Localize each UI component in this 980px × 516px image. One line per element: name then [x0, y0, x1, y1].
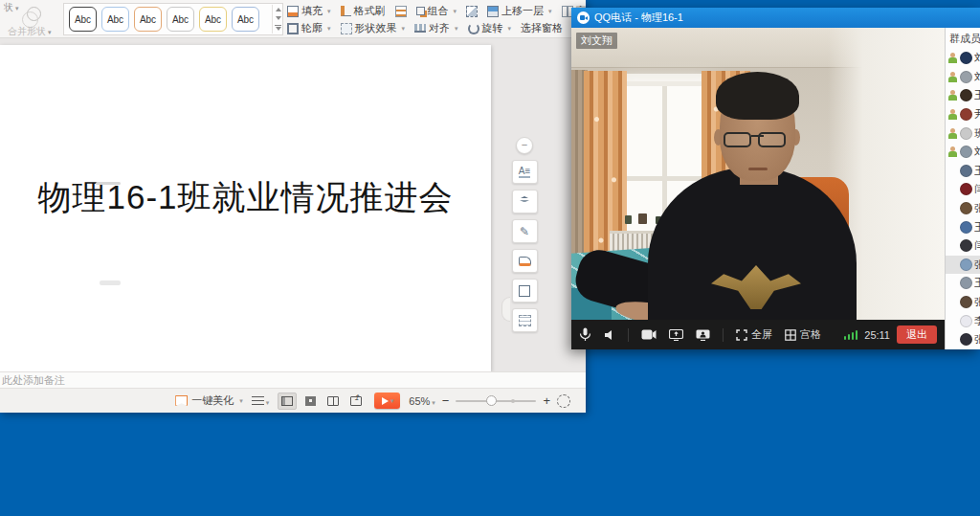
outline-button[interactable]: 轮廓 — [287, 21, 331, 35]
align-button[interactable]: 对齐 — [414, 21, 458, 35]
gallery-more-icon[interactable] — [275, 25, 281, 31]
member-avatar — [960, 277, 972, 289]
shape-style-option[interactable]: Abc — [101, 7, 129, 32]
member-list: 刘 刘 王 — [946, 49, 980, 349]
status-bar: 一键美化 65% − + — [0, 388, 586, 413]
play-icon — [382, 397, 389, 405]
slide-canvas[interactable]: 物理16-1班就业情况推进会 — [0, 45, 491, 371]
slide-sorter-view-button[interactable] — [301, 393, 320, 410]
fill-button[interactable]: 填充 — [287, 4, 331, 18]
notes-toggle-icon — [252, 396, 264, 405]
exit-call-button[interactable]: 退出 — [897, 325, 937, 344]
reading-view-button[interactable] — [323, 393, 343, 410]
member-row[interactable]: 张 — [946, 256, 980, 275]
select-objects-icon — [466, 6, 478, 17]
presence-icon — [947, 90, 958, 101]
notes-bar[interactable]: 此处添加备注 — [0, 371, 586, 388]
call-control-bar: 全屏 宫格 25:11 退出 — [571, 320, 945, 349]
whiteboard-button[interactable] — [696, 329, 710, 341]
member-row[interactable]: 张 — [946, 293, 980, 312]
notes-toggle-button[interactable] — [252, 395, 270, 407]
presence-icon — [947, 109, 958, 120]
normal-view-button[interactable] — [278, 393, 297, 410]
bring-forward-button[interactable]: 上移一层 — [487, 4, 552, 18]
frame-button[interactable] — [512, 279, 538, 303]
slideshow-play-button[interactable] — [374, 393, 400, 409]
shape-style-option[interactable]: Abc — [167, 7, 194, 32]
member-row[interactable]: 张 — [946, 199, 980, 218]
member-row[interactable]: 李 — [946, 311, 980, 330]
shape-effects-icon — [341, 23, 352, 34]
toolbar-collapse-button[interactable]: − — [516, 137, 533, 154]
member-name: 张 — [974, 258, 980, 272]
pen-icon: ✎ — [520, 225, 529, 238]
zoom-level-text[interactable]: 65% — [409, 395, 435, 407]
person-glasses — [724, 132, 791, 148]
format-painter-button[interactable]: 格式刷 — [341, 4, 386, 18]
qq-titlebar[interactable]: QQ电话 - 物理16-1 — [571, 8, 980, 28]
shape-menu-partial[interactable]: 状 — [4, 1, 19, 14]
video-feed[interactable]: 刘文翔 — [571, 28, 945, 320]
merge-shapes-button[interactable]: 合并形状 — [8, 25, 52, 38]
member-avatar — [960, 183, 972, 195]
member-row[interactable]: 王 — [946, 162, 980, 181]
member-row[interactable]: 王 — [946, 86, 980, 105]
gallery-scroll-up-icon[interactable] — [276, 8, 281, 11]
bring-forward-icon — [487, 6, 499, 17]
speaker-button[interactable] — [604, 329, 615, 341]
gallery-scroll — [272, 5, 283, 34]
outline-icon — [287, 23, 299, 34]
member-row[interactable]: 闫 — [946, 236, 980, 256]
member-row[interactable]: 刘 — [946, 49, 980, 68]
align-icon — [414, 24, 426, 33]
member-row[interactable]: 王 — [946, 274, 980, 293]
shape-style-option[interactable]: Abc — [69, 7, 97, 32]
grid-view-button[interactable]: 宫格 — [785, 327, 821, 342]
zoom-slider[interactable] — [456, 400, 536, 402]
beautify-button[interactable]: 一键美化 — [175, 393, 243, 408]
member-row[interactable]: 刘 — [946, 143, 980, 162]
position-icon-button[interactable] — [395, 6, 407, 17]
member-name: 张 — [974, 332, 980, 347]
microphone-button[interactable] — [579, 327, 591, 342]
zoom-out-button[interactable]: − — [442, 393, 450, 408]
rotate-button[interactable]: 旋转 — [468, 21, 512, 35]
beautify-icon — [175, 395, 188, 406]
shape-fill-button[interactable] — [512, 249, 538, 273]
camera-button[interactable] — [641, 329, 657, 340]
presence-icon — [947, 72, 958, 82]
select-objects-button[interactable] — [466, 6, 478, 17]
layers-button[interactable] — [512, 190, 538, 213]
group-icon — [416, 7, 425, 15]
text-format-button[interactable]: A≡ — [512, 160, 538, 184]
member-row[interactable]: 王 — [946, 217, 980, 236]
group-button[interactable]: 组合 — [416, 4, 457, 18]
fullscreen-button[interactable]: 全屏 — [736, 327, 772, 342]
member-row[interactable]: 尹 — [946, 105, 980, 124]
slide-title-text[interactable]: 物理16-1班就业情况推进会 — [0, 175, 491, 220]
fit-to-window-button[interactable] — [557, 394, 570, 408]
member-name: 王 — [974, 220, 980, 235]
selection-pane-button[interactable]: 选择窗格 — [521, 21, 563, 35]
format-painter-icon — [341, 6, 351, 16]
shape-style-option[interactable]: Abc — [199, 7, 227, 32]
shape-effects-button[interactable]: 形状效果 — [341, 21, 406, 35]
shape-style-option[interactable]: Abc — [232, 7, 259, 32]
member-row[interactable]: 张 — [946, 330, 980, 349]
share-view-button[interactable] — [346, 393, 366, 410]
zoom-slider-thumb[interactable] — [486, 395, 497, 406]
person-mouth — [748, 168, 768, 170]
zoom-in-button[interactable]: + — [543, 393, 550, 408]
placeholder-grid-button[interactable] — [512, 308, 538, 332]
gallery-scroll-down-icon[interactable] — [276, 16, 281, 20]
member-list-panel: 群成员 1/ 刘 刘 — [945, 28, 980, 349]
member-row[interactable]: 班 — [946, 123, 980, 143]
member-row[interactable]: 闫 — [946, 180, 980, 199]
call-duration: 25:11 — [864, 329, 890, 341]
pen-style-button[interactable]: ✎ — [512, 219, 538, 243]
member-row[interactable]: 刘 — [946, 68, 980, 87]
shape-style-option[interactable]: Abc — [134, 7, 162, 32]
panel-collapse-handle[interactable] — [501, 297, 510, 322]
member-avatar — [960, 221, 972, 234]
screen-share-button[interactable] — [669, 329, 683, 341]
